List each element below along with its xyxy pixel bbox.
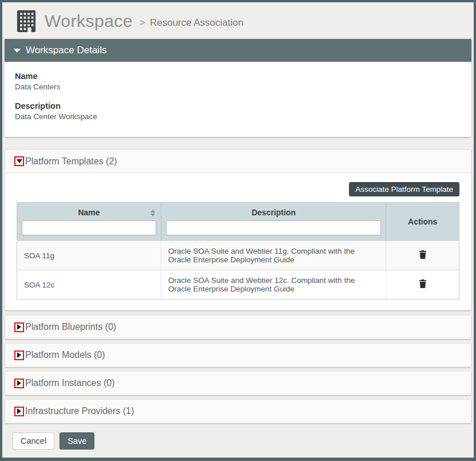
annotation-highlight-box: [14, 156, 24, 166]
platform-models-header[interactable]: Platform Models (0): [5, 344, 471, 367]
table-row: SOA 12c Oracle SOA Suite and Webtier 12c…: [17, 270, 459, 300]
description-field: Description Data Center Workspace: [15, 101, 461, 121]
platform-instances-title: Platform Instances (0): [25, 378, 115, 388]
platform-blueprints-title: Platform Blueprints (0): [25, 322, 116, 332]
workspace-details-header[interactable]: Workspace Details: [5, 39, 471, 62]
annotation-highlight-box: [14, 407, 24, 416]
page-header: Workspace > Resource Association: [2, 2, 474, 39]
infrastructure-providers-section: Infrastructure Providers (1): [5, 399, 471, 423]
platform-instances-section: Platform Instances (0): [5, 371, 471, 395]
associate-platform-template-button[interactable]: Associate Platform Template: [349, 182, 459, 196]
infrastructure-providers-header[interactable]: Infrastructure Providers (1): [5, 400, 471, 423]
name-filter-input[interactable]: [22, 220, 156, 235]
save-button[interactable]: Save: [60, 432, 94, 450]
workspace-details-title: Workspace Details: [26, 45, 106, 56]
breadcrumb: Resource Association: [150, 17, 243, 29]
trash-icon: [419, 250, 427, 259]
breadcrumb-separator: >: [140, 17, 145, 29]
expand-collapse-icon[interactable]: [17, 408, 21, 414]
infrastructure-providers-title: Infrastructure Providers (1): [25, 406, 134, 416]
sort-icon[interactable]: [150, 210, 155, 216]
platform-blueprints-header[interactable]: Platform Blueprints (0): [5, 316, 471, 338]
delete-button[interactable]: [418, 278, 428, 291]
page-title: Workspace: [45, 11, 133, 31]
template-description-cell: Oracle SOA Suite and Webtier 12c. Compli…: [161, 270, 386, 300]
platform-models-title: Platform Models (0): [25, 350, 105, 360]
annotation-highlight-box: [14, 379, 24, 388]
name-label: Name: [15, 72, 461, 81]
expand-collapse-icon[interactable]: [17, 324, 21, 330]
platform-templates-body: Associate Platform Template Name: [5, 173, 471, 310]
trash-icon: [419, 279, 427, 288]
template-name-cell: SOA 12c: [17, 270, 161, 300]
description-value: Data Center Workspace: [15, 112, 461, 121]
cancel-button[interactable]: Cancel: [13, 432, 54, 450]
annotation-highlight-box: [14, 322, 24, 332]
annotation-highlight-box: [14, 350, 24, 360]
platform-templates-section: Platform Templates (2) Associate Platfor…: [5, 149, 471, 310]
collapse-caret-icon: [14, 49, 21, 53]
building-icon: [16, 10, 37, 32]
column-header-description: Description: [161, 203, 386, 241]
platform-templates-table: Name Description: [17, 202, 459, 300]
table-row: SOA 11g Oracle SOA Suite and Webtier 11g…: [17, 241, 459, 270]
name-value: Data Centers: [15, 82, 461, 91]
workspace-details-panel: Workspace Details Name Data Centers Desc…: [5, 39, 471, 137]
actions-cell: [386, 270, 459, 300]
column-header-actions: Actions: [386, 203, 459, 241]
expand-collapse-icon[interactable]: [17, 380, 21, 386]
description-label: Description: [15, 101, 461, 111]
delete-button[interactable]: [418, 249, 428, 262]
workspace-details-body: Name Data Centers Description Data Cente…: [5, 62, 471, 137]
platform-templates-header[interactable]: Platform Templates (2): [5, 150, 471, 173]
actions-cell: [386, 241, 459, 270]
name-field: Name Data Centers: [15, 72, 461, 91]
expand-collapse-icon[interactable]: [17, 352, 21, 358]
template-name-cell: SOA 11g: [17, 241, 161, 270]
description-filter-input[interactable]: [166, 220, 381, 235]
template-description-cell: Oracle SOA Suite and Webtier 11g. Compli…: [161, 241, 386, 270]
platform-blueprints-section: Platform Blueprints (0): [5, 315, 471, 339]
footer-actions: Cancel Save: [5, 432, 471, 450]
column-header-name: Name: [17, 203, 161, 241]
expand-collapse-icon[interactable]: [17, 159, 22, 163]
platform-models-section: Platform Models (0): [5, 343, 471, 367]
platform-instances-header[interactable]: Platform Instances (0): [5, 372, 471, 395]
platform-templates-title: Platform Templates (2): [25, 156, 117, 167]
